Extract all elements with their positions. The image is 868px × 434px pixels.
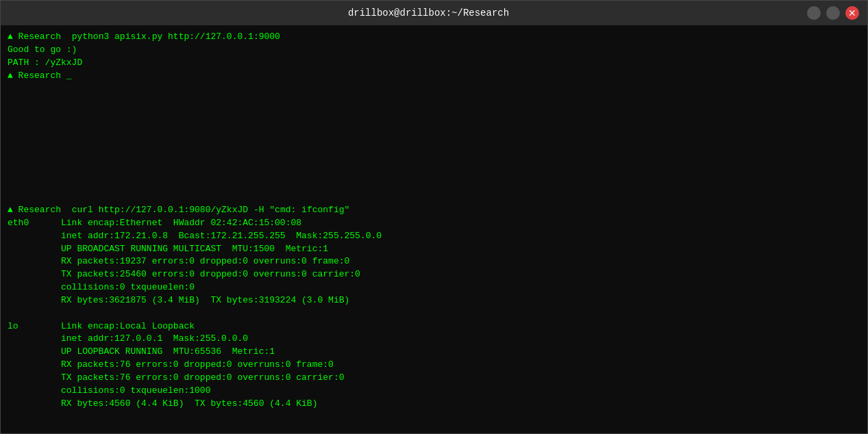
maximize-icon: □ <box>830 8 835 18</box>
close-icon: ✕ <box>848 8 856 18</box>
terminal-blank-line <box>8 410 860 423</box>
minimize-button[interactable]: − <box>807 6 821 20</box>
prompt-arrow-icon: ▲ <box>8 31 13 44</box>
prompt-command: curl http://127.0.0.1:9080/yZkxJD -H "cm… <box>61 204 349 217</box>
terminal-blank-line <box>8 159 860 173</box>
prompt-arrow-icon: ▲ <box>8 70 13 83</box>
terminal-blank-line <box>8 307 860 320</box>
prompt-directory: Research <box>13 204 61 217</box>
terminal-blank-line <box>8 82 860 95</box>
terminal-output-line: collisions:0 txqueuelen:0 <box>8 281 860 294</box>
terminal-blank-line <box>8 121 860 134</box>
window-title: drillbox@drillbox:~/Research <box>50 8 807 18</box>
minimize-icon: − <box>811 8 816 18</box>
terminal-output-line: TX packets:76 errors:0 dropped:0 overrun… <box>8 372 860 385</box>
terminal-output-line: UP BROADCAST RUNNING MULTICAST MTU:1500 … <box>8 243 860 256</box>
terminal-blank-line <box>8 108 860 121</box>
prompt-arrow-icon: ▲ <box>8 204 13 217</box>
terminal-blank-line <box>8 134 860 147</box>
terminal-output-line: RX bytes:4560 (4.4 KiB) TX bytes:4560 (4… <box>8 398 860 411</box>
titlebar: drillbox@drillbox:~/Research − □ ✕ <box>1 1 867 25</box>
prompt-cursor: _ <box>61 70 72 83</box>
terminal-prompt-idle-line: ▲ Research _ <box>8 70 860 83</box>
close-button[interactable]: ✕ <box>845 6 859 20</box>
terminal-section-divider <box>8 199 860 204</box>
terminal-window: drillbox@drillbox:~/Research − □ ✕ ▲ Res… <box>0 0 868 434</box>
terminal-blank-line <box>8 147 860 160</box>
prompt-directory: Research <box>13 70 61 83</box>
terminal-output-line: Good to go :) <box>8 44 860 57</box>
prompt-command: python3 apisix.py http://127.0.0.1:9000 <box>61 31 280 44</box>
terminal-output-line: PATH : /yZkxJD <box>8 57 860 70</box>
terminal-blank-line <box>8 423 860 433</box>
maximize-button[interactable]: □ <box>826 6 840 20</box>
terminal-output-line: UP LOOPBACK RUNNING MTU:65536 Metric:1 <box>8 346 860 359</box>
terminal-blank-line <box>8 186 860 199</box>
terminal-blank-line <box>8 173 860 186</box>
terminal-output-line: inet addr:127.0.0.1 Mask:255.0.0.0 <box>8 333 860 346</box>
terminal-output-line: eth0 Link encap:Ethernet HWaddr 02:42:AC… <box>8 217 860 230</box>
terminal-output-line: lo Link encap:Local Loopback <box>8 320 860 333</box>
terminal-blank-line <box>8 95 860 108</box>
terminal-output-line: collisions:0 txqueuelen:1000 <box>8 385 860 398</box>
terminal-prompt-line: ▲ Research python3 apisix.py http://127.… <box>8 31 860 44</box>
window-controls: − □ ✕ <box>807 6 859 20</box>
terminal-output-line: TX packets:25460 errors:0 dropped:0 over… <box>8 268 860 281</box>
terminal-output-line: RX bytes:3621875 (3.4 MiB) TX bytes:3193… <box>8 294 860 307</box>
terminal-output-line: inet addr:172.21.0.8 Bcast:172.21.255.25… <box>8 230 860 243</box>
terminal-prompt-line: ▲ Research curl http://127.0.0.1:9080/yZ… <box>8 204 860 217</box>
terminal-output-line: RX packets:76 errors:0 dropped:0 overrun… <box>8 359 860 372</box>
prompt-directory: Research <box>13 31 61 44</box>
terminal-output-line: RX packets:19237 errors:0 dropped:0 over… <box>8 255 860 268</box>
terminal-body[interactable]: ▲ Research python3 apisix.py http://127.… <box>1 25 867 433</box>
